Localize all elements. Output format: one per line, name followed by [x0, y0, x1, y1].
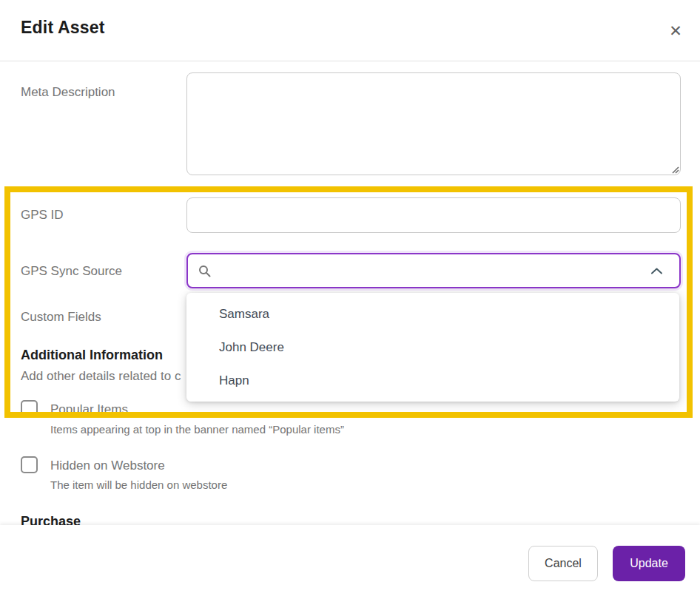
edit-asset-modal: Edit Asset ✕ Meta Description GPS ID GPS… — [0, 0, 700, 599]
close-icon[interactable]: ✕ — [664, 21, 687, 41]
hidden-on-webstore-checkbox[interactable] — [21, 456, 38, 473]
gps-id-input[interactable] — [186, 197, 681, 233]
gps-sync-source-dropdown: Samsara John Deere Hapn — [186, 293, 679, 402]
dropdown-option-samsara[interactable]: Samsara — [186, 297, 679, 331]
hidden-on-webstore-description: The item will be hidden on webstore — [50, 478, 227, 491]
additional-information-subtext: Add other details related to c — [21, 369, 181, 384]
chevron-up-icon[interactable] — [650, 267, 663, 275]
modal-footer: Cancel Update — [0, 525, 700, 599]
meta-description-label: Meta Description — [21, 85, 115, 100]
gps-sync-source-label: GPS Sync Source — [21, 264, 122, 279]
popular-items-description: Items appearing at top in the banner nam… — [50, 423, 344, 436]
gps-sync-source-combobox[interactable] — [186, 253, 681, 288]
popular-items-checkbox[interactable] — [21, 400, 38, 417]
gps-sync-source-search-input[interactable] — [218, 264, 650, 277]
dropdown-option-hapn[interactable]: Hapn — [186, 364, 679, 397]
additional-information-heading: Additional Information — [21, 348, 163, 363]
popular-items-label[interactable]: Popular Items — [50, 402, 128, 417]
header-divider — [0, 61, 700, 61]
hidden-on-webstore-label[interactable]: Hidden on Webstore — [50, 458, 165, 473]
update-button[interactable]: Update — [613, 546, 685, 581]
search-icon — [198, 265, 211, 277]
custom-fields-label: Custom Fields — [21, 310, 101, 325]
meta-description-textarea[interactable] — [186, 72, 681, 175]
gps-id-label: GPS ID — [21, 208, 64, 223]
cancel-button[interactable]: Cancel — [528, 546, 598, 581]
dropdown-option-john-deere[interactable]: John Deere — [186, 331, 679, 364]
page-title: Edit Asset — [21, 18, 105, 38]
